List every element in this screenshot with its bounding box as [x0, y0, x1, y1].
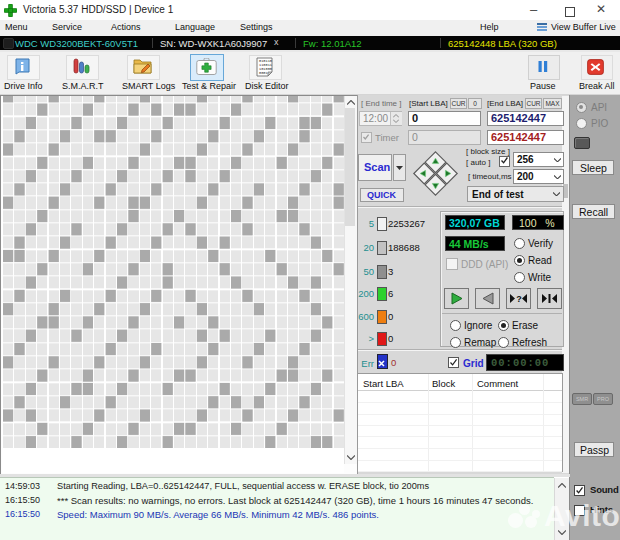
svg-text:?: ?	[516, 294, 522, 304]
svg-text:0001: 0001	[259, 71, 268, 75]
